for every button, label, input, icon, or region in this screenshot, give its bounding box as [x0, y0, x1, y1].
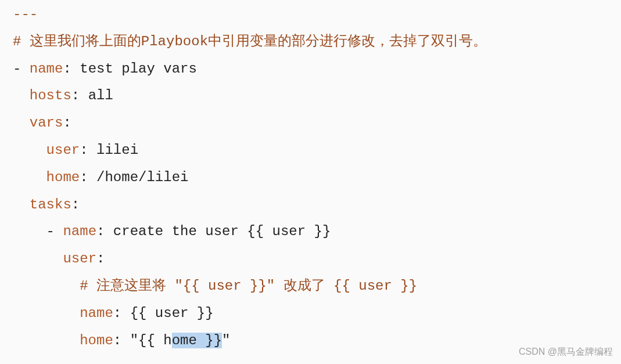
yaml-value: {{ h	[138, 333, 172, 348]
watermark: CSDN @黑马金牌编程	[519, 343, 613, 361]
yaml-list-dash: -	[13, 61, 30, 77]
code-line: # 这里我们将上面的Playbook中引用变量的部分进行修改，去掉了双引号。	[13, 28, 621, 56]
yaml-value: create the user {{ user }}	[105, 224, 331, 239]
yaml-value: /home/lilei	[88, 170, 189, 185]
code-line: - name: test play vars	[13, 56, 621, 83]
code-line: home: /home/lilei	[13, 164, 621, 192]
code-line: user: lilei	[13, 137, 621, 164]
yaml-key: home	[46, 170, 80, 185]
code-line: tasks:	[13, 192, 621, 219]
yaml-list-dash: -	[46, 224, 63, 239]
yaml-key: name	[63, 224, 96, 239]
yaml-key: tasks	[30, 197, 71, 212]
text-selection: ome }}	[172, 333, 222, 348]
yaml-key: hosts	[30, 88, 71, 103]
yaml-comment: # 这里我们将上面的Playbook中引用变量的部分进行修改，去掉了双引号。	[13, 34, 487, 49]
code-line: ---	[13, 1, 621, 28]
string-quote-open: "	[130, 333, 138, 348]
string-quote-close: "	[222, 333, 230, 348]
yaml-key: name	[30, 61, 63, 77]
code-line: # 注意这里将 "{{ user }}" 改成了 {{ user }}	[13, 273, 621, 300]
code-line: - name: create the user {{ user }}	[13, 218, 621, 246]
yaml-key: name	[80, 305, 113, 321]
yaml-value: test play vars	[71, 61, 197, 77]
code-block: --- # 这里我们将上面的Playbook中引用变量的部分进行修改，去掉了双引…	[13, 1, 621, 354]
code-line: user:	[13, 246, 621, 273]
yaml-key: home	[80, 333, 113, 348]
code-line: hosts: all	[13, 82, 621, 110]
yaml-comment: # 注意这里将 "{{ user }}" 改成了 {{ user }}	[80, 278, 417, 294]
yaml-value: lilei	[88, 142, 138, 158]
yaml-value: all	[80, 88, 113, 103]
yaml-key: user	[63, 251, 96, 266]
yaml-key: user	[46, 142, 80, 158]
yaml-doc-start: ---	[13, 6, 38, 22]
yaml-key: vars	[30, 115, 63, 131]
yaml-value: {{ user }}	[121, 305, 213, 321]
code-line: name: {{ user }}	[13, 300, 621, 327]
code-line: vars:	[13, 110, 621, 137]
